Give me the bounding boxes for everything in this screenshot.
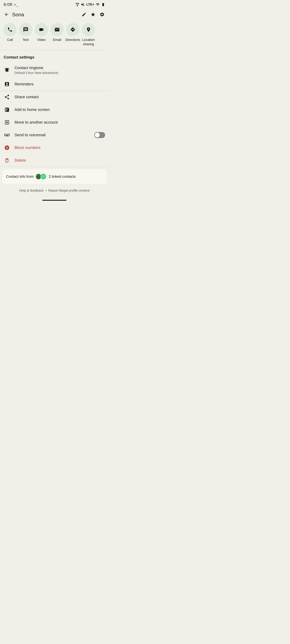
share-icon	[4, 94, 10, 100]
directions-label: Directions	[65, 38, 80, 42]
mute-icon	[81, 2, 85, 6]
settings-icon	[100, 12, 105, 17]
footer-card[interactable]: Contact info from 2 linked contacts	[3, 169, 106, 184]
block-item[interactable]: Block numbers	[0, 142, 109, 154]
ringtone-secondary: Default (Your New Adventure)	[15, 71, 105, 75]
share-primary: Share contact	[15, 94, 105, 100]
help-link[interactable]: Help & feedback	[19, 188, 44, 192]
homescreen-primary: Add to home screen	[15, 107, 105, 112]
delete-item[interactable]: Delete	[0, 154, 109, 167]
linked-contacts-row: Contact info from 2 linked contacts	[6, 174, 103, 180]
action-location[interactable]: Locationsharing	[81, 23, 96, 46]
avatar-whatsapp	[41, 174, 46, 179]
edit-icon	[82, 12, 86, 17]
move-item[interactable]: Move to another account	[0, 116, 109, 129]
share-icon-container	[4, 94, 10, 100]
directions-icon	[70, 27, 76, 32]
move-text: Move to another account	[15, 120, 105, 125]
video-icon	[39, 27, 44, 32]
report-link[interactable]: Report illegal profile content	[48, 188, 90, 192]
ringtone-icon	[4, 67, 10, 72]
voicemail-icon	[4, 132, 10, 138]
action-video[interactable]: Video	[34, 23, 49, 46]
action-email[interactable]: Email	[50, 23, 65, 46]
alarm-icon	[75, 2, 79, 6]
status-icons: LTE+	[75, 2, 105, 6]
share-item[interactable]: Share contact	[0, 91, 109, 103]
toggle-thumb	[95, 133, 100, 138]
video-circle	[35, 23, 48, 36]
reminders-item[interactable]: Reminders	[0, 78, 109, 90]
location-circle	[82, 23, 95, 36]
ringtone-item[interactable]: Contact ringtone Default (Your New Adven…	[0, 62, 109, 78]
call-circle	[3, 23, 17, 36]
move-icon-container	[4, 119, 10, 126]
contact-settings-header: Contact settings	[0, 50, 109, 62]
homescreen-icon	[4, 107, 10, 112]
content-spacer	[0, 203, 109, 596]
voicemail-text: Send to voicemail	[15, 132, 90, 138]
action-text[interactable]: Text	[18, 23, 33, 46]
delete-icon	[4, 158, 10, 163]
reminders-icon	[4, 82, 10, 87]
ringtone-icon-container	[4, 66, 10, 73]
footer-links: Help & feedback • Report illegal profile…	[0, 184, 109, 197]
home-indicator	[0, 197, 109, 203]
delete-icon-container	[4, 157, 10, 164]
status-time: 6:09 >_	[4, 2, 18, 7]
reminders-icon-container	[4, 81, 10, 88]
signal-icon	[96, 2, 100, 6]
battery-icon	[101, 2, 105, 6]
location-label: Locationsharing	[82, 38, 95, 46]
homescreen-text: Add to home screen	[15, 107, 105, 112]
voicemail-icon-container	[4, 132, 10, 138]
back-icon	[4, 12, 9, 17]
contact-name: Sona	[12, 12, 80, 18]
voicemail-toggle[interactable]	[94, 132, 105, 138]
back-button[interactable]	[3, 10, 11, 19]
block-text: Block numbers	[15, 145, 105, 150]
directions-circle	[66, 23, 80, 36]
reminders-primary: Reminders	[15, 81, 105, 87]
move-primary: Move to another account	[15, 120, 105, 125]
text-icon	[23, 27, 28, 32]
reminders-text: Reminders	[15, 81, 105, 87]
network-type: LTE+	[86, 2, 94, 6]
call-icon	[7, 27, 13, 32]
voicemail-primary: Send to voicemail	[15, 132, 90, 138]
divider-3	[0, 167, 109, 167]
actions-row: Call Text Video Email	[0, 20, 109, 50]
favorite-button[interactable]	[89, 10, 97, 19]
app-bar-actions	[80, 10, 106, 19]
block-primary: Block numbers	[15, 145, 105, 150]
delete-primary: Delete	[15, 158, 105, 163]
avatar-group	[36, 174, 46, 180]
homescreen-item[interactable]: Add to home screen	[0, 103, 109, 116]
ringtone-primary: Contact ringtone	[15, 65, 105, 70]
status-bar: 6:09 >_ LTE+	[0, 0, 109, 8]
block-icon-container	[4, 144, 10, 151]
text-circle	[19, 23, 32, 36]
ringtone-text: Contact ringtone Default (Your New Adven…	[15, 65, 105, 75]
home-bar	[42, 200, 67, 201]
homescreen-icon-container	[4, 106, 10, 113]
star-icon	[91, 12, 96, 17]
footer-separator: •	[46, 188, 47, 192]
block-icon	[4, 145, 10, 150]
linked-info-text: Contact info from	[6, 174, 34, 179]
text-label: Text	[23, 38, 29, 42]
app-bar: Sona	[0, 8, 109, 20]
email-circle	[51, 23, 64, 36]
video-label: Video	[37, 38, 46, 42]
action-call[interactable]: Call	[3, 23, 18, 46]
action-directions[interactable]: Directions	[65, 23, 80, 46]
call-label: Call	[7, 38, 13, 42]
avatar-2	[40, 174, 46, 180]
voicemail-item[interactable]: Send to voicemail	[0, 129, 109, 142]
settings-button[interactable]	[98, 10, 106, 19]
delete-text: Delete	[15, 158, 105, 163]
share-text: Share contact	[15, 94, 105, 100]
edit-button[interactable]	[80, 10, 88, 19]
move-icon	[4, 120, 10, 125]
email-icon	[54, 27, 60, 32]
